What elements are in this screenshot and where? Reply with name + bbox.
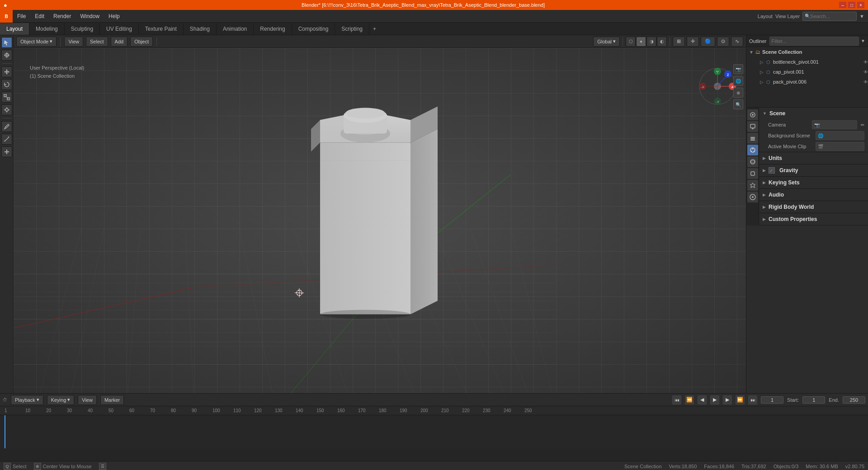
tool-select[interactable] bbox=[1, 37, 12, 48]
units-section-header[interactable]: ▶ Units bbox=[759, 152, 868, 164]
tab-rendering[interactable]: Rendering bbox=[254, 23, 292, 35]
tab-compositing[interactable]: Compositing bbox=[292, 23, 335, 35]
play-button[interactable]: ▶ bbox=[710, 395, 719, 404]
gravity-section-header[interactable]: ▶ ✓ Gravity bbox=[759, 164, 868, 176]
close-button[interactable]: × bbox=[857, 2, 864, 8]
prop-tab-physics[interactable] bbox=[747, 192, 758, 202]
tab-layout[interactable]: Layout bbox=[0, 23, 29, 35]
timeline-playback-menu[interactable]: Playback ▾ bbox=[11, 395, 43, 405]
tab-texture-paint[interactable]: Texture Paint bbox=[139, 23, 184, 35]
scene-search[interactable] bbox=[810, 14, 854, 19]
viewport[interactable]: Object Mode ▾ View Select Add Object Glo… bbox=[14, 35, 746, 393]
ruler-mark-190: 190 bbox=[400, 408, 420, 413]
camera-selector[interactable]: 📷 bbox=[812, 120, 858, 129]
transform-options[interactable]: ∿ bbox=[731, 37, 743, 47]
custom-properties-header[interactable]: ▶ Custom Properties bbox=[759, 213, 868, 225]
visibility-icon[interactable]: 👁 bbox=[863, 60, 868, 65]
collection-label: Scene Collection bbox=[762, 49, 802, 55]
jump-end-button[interactable]: ⏭ bbox=[748, 395, 757, 404]
prop-tab-output[interactable] bbox=[747, 121, 758, 132]
tab-animation[interactable]: Animation bbox=[217, 23, 254, 35]
svg-marker-53 bbox=[311, 120, 320, 152]
movie-clip-selector[interactable]: 🎬 bbox=[816, 142, 865, 151]
rendered-button[interactable]: ◐ bbox=[657, 37, 667, 47]
prev-keyframe-button[interactable]: ⏪ bbox=[685, 395, 694, 404]
prop-tab-view-layer[interactable] bbox=[747, 133, 758, 144]
outliner-item-cap[interactable]: ▷ ⬡ cap_pivot.001 👁 bbox=[746, 67, 868, 77]
object-menu[interactable]: Object bbox=[130, 37, 153, 47]
tool-move[interactable] bbox=[1, 66, 12, 77]
tool-cursor[interactable] bbox=[1, 50, 12, 61]
tab-sculpting[interactable]: Sculpting bbox=[65, 23, 100, 35]
camera-edit-icon[interactable]: ✏ bbox=[861, 122, 864, 127]
material-preview-button[interactable]: ◑ bbox=[646, 37, 656, 47]
background-scene-selector[interactable]: 🌐 bbox=[816, 131, 865, 140]
timeline-keying-menu[interactable]: Keying ▾ bbox=[47, 395, 75, 405]
menu-file[interactable]: File bbox=[13, 11, 30, 21]
solid-button[interactable]: ● bbox=[636, 37, 646, 47]
tool-add[interactable] bbox=[1, 146, 12, 157]
cursor-btn[interactable]: ⊕ bbox=[733, 88, 743, 98]
prop-tab-object[interactable] bbox=[747, 168, 758, 179]
perspective-info: User Perspective (Local) bbox=[30, 64, 84, 72]
outliner-filter-input[interactable] bbox=[769, 37, 859, 46]
next-keyframe-button[interactable]: ⏩ bbox=[736, 395, 745, 404]
prev-frame-button[interactable]: ◀ bbox=[698, 395, 707, 404]
proportional-button[interactable]: ⊙ bbox=[717, 37, 729, 47]
overlay-button[interactable]: ⊞ bbox=[673, 37, 685, 47]
camera-view-btn[interactable]: 📷 bbox=[733, 64, 743, 74]
next-frame-button[interactable]: ▶ bbox=[723, 395, 732, 404]
visibility-icon[interactable]: 👁 bbox=[863, 70, 868, 75]
viewport-global-dropdown[interactable]: Global ▾ bbox=[593, 37, 620, 47]
audio-section-header[interactable]: ▶ Audio bbox=[759, 189, 868, 201]
prop-tab-scene[interactable] bbox=[747, 145, 758, 155]
jump-start-button[interactable]: ⏮ bbox=[672, 395, 681, 404]
navigation-gizmo[interactable]: X -X Y -Y Z bbox=[697, 66, 738, 107]
outliner-item-bottleneck[interactable]: ▷ ⬡ bottleneck_pivot.001 👁 bbox=[746, 57, 868, 67]
snap-button[interactable]: 🔵 bbox=[701, 37, 715, 47]
menu-window[interactable]: Window bbox=[75, 11, 104, 21]
tool-annotate[interactable] bbox=[1, 121, 12, 132]
add-workspace-button[interactable]: + bbox=[369, 24, 380, 34]
tool-scale[interactable] bbox=[1, 92, 12, 103]
object-mode-dropdown[interactable]: Object Mode ▾ bbox=[16, 37, 57, 47]
timeline-marker-menu[interactable]: Marker bbox=[100, 395, 124, 405]
prop-tab-render[interactable] bbox=[747, 109, 758, 120]
minimize-button[interactable]: – bbox=[839, 2, 846, 8]
tab-modeling[interactable]: Modeling bbox=[29, 23, 65, 35]
wireframe-button[interactable]: ⬡ bbox=[626, 37, 636, 47]
svg-point-52 bbox=[320, 310, 410, 319]
prop-tab-modifier[interactable] bbox=[747, 180, 758, 191]
menu-items: File Edit Render Window Help bbox=[13, 11, 124, 21]
maximize-button[interactable]: □ bbox=[848, 2, 855, 8]
tool-measure[interactable] bbox=[1, 134, 12, 145]
view-menu[interactable]: View bbox=[64, 37, 83, 47]
timeline-view-menu[interactable]: View bbox=[78, 395, 97, 405]
scene-section-header[interactable]: ▼ Scene bbox=[759, 108, 868, 119]
menu-edit[interactable]: Edit bbox=[30, 11, 49, 21]
visibility-icon[interactable]: 👁 bbox=[863, 80, 868, 85]
zoom-btn[interactable]: 🔍 bbox=[733, 99, 743, 109]
audio-title: Audio bbox=[769, 192, 784, 198]
tool-transform[interactable] bbox=[1, 104, 12, 115]
menu-help[interactable]: Help bbox=[104, 11, 124, 21]
end-frame-input[interactable] bbox=[843, 396, 865, 404]
tab-uv-editing[interactable]: UV Editing bbox=[100, 23, 139, 35]
add-menu[interactable]: Add bbox=[111, 37, 128, 47]
gravity-checkbox[interactable]: ✓ bbox=[769, 167, 775, 174]
gizmo-button[interactable]: ✛ bbox=[687, 37, 699, 47]
tab-shading[interactable]: Shading bbox=[184, 23, 217, 35]
scene-props-btn[interactable]: 🌐 bbox=[733, 76, 743, 86]
start-frame-input[interactable] bbox=[802, 396, 825, 404]
rigid-body-world-header[interactable]: ▶ Rigid Body World bbox=[759, 201, 868, 213]
scene-collection-row[interactable]: ▼ 🗂 Scene Collection bbox=[746, 47, 868, 57]
tool-rotate[interactable] bbox=[1, 79, 12, 90]
timeline-area[interactable] bbox=[0, 415, 868, 448]
outliner-item-pack[interactable]: ▷ ⬡ pack_pivot.006 👁 bbox=[746, 77, 868, 87]
current-frame-input[interactable]: 1 bbox=[761, 396, 783, 404]
menu-render[interactable]: Render bbox=[49, 11, 75, 21]
keying-sets-section-header[interactable]: ▶ Keying Sets bbox=[759, 177, 868, 188]
select-menu[interactable]: Select bbox=[86, 37, 108, 47]
tab-scripting[interactable]: Scripting bbox=[335, 23, 369, 35]
prop-tab-world[interactable] bbox=[747, 156, 758, 167]
